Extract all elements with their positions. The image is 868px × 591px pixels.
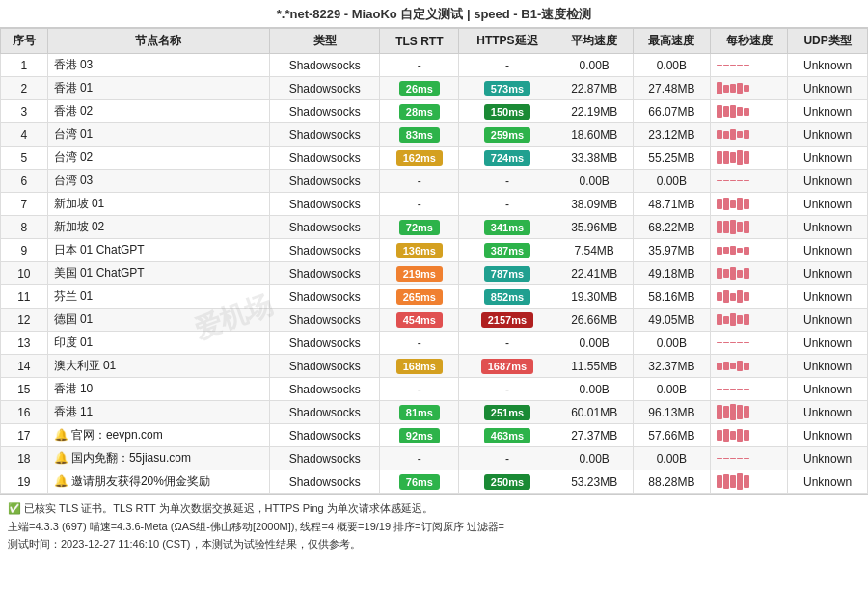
cell-udp: Unknown [788, 447, 868, 470]
cell-type: Shadowsocks [270, 239, 380, 262]
cell-tls: - [380, 447, 459, 470]
cell-udp: Unknown [788, 470, 868, 494]
cell-type: Shadowsocks [270, 285, 380, 309]
cell-udp: Unknown [788, 100, 868, 123]
cell-max: 68.22MB [633, 216, 710, 239]
cell-type: Shadowsocks [270, 216, 380, 239]
cell-max: 48.71MB [633, 193, 710, 216]
cell-tls: 81ms [380, 401, 459, 424]
cell-id: 4 [1, 123, 48, 147]
cell-max: 0.00B [633, 447, 710, 470]
table-row: 11芬兰 01Shadowsocks265ms852ms19.30MB58.16… [1, 285, 868, 309]
cell-type: Shadowsocks [270, 378, 380, 401]
cell-name: 香港 10 [47, 378, 269, 401]
cell-avg: 38.09MB [556, 193, 633, 216]
cell-max: 88.28MB [633, 470, 710, 494]
cell-type: Shadowsocks [270, 424, 380, 447]
cell-https: 2157ms [459, 309, 556, 332]
cell-avg: 22.87MB [556, 77, 633, 100]
cell-id: 1 [1, 54, 48, 77]
cell-bar [710, 447, 787, 470]
cell-bar [710, 285, 787, 309]
table-row: 5台湾 02Shadowsocks162ms724ms33.38MB55.25M… [1, 147, 868, 170]
col-max: 最高速度 [633, 29, 710, 54]
cell-id: 8 [1, 216, 48, 239]
cell-type: Shadowsocks [270, 193, 380, 216]
table-row: 10美国 01 ChatGPTShadowsocks219ms787ms22.4… [1, 262, 868, 285]
cell-max: 35.97MB [633, 239, 710, 262]
cell-udp: Unknown [788, 170, 868, 193]
cell-name: 芬兰 01 [47, 285, 269, 309]
cell-bar [710, 401, 787, 424]
cell-type: Shadowsocks [270, 355, 380, 378]
cell-max: 0.00B [633, 378, 710, 401]
cell-avg: 22.19MB [556, 100, 633, 123]
cell-bar [710, 378, 787, 401]
cell-max: 55.25MB [633, 147, 710, 170]
cell-id: 14 [1, 355, 48, 378]
title-bar: *.*net-8229 - MiaoKo 自定义测试 | speed - B1-… [0, 0, 868, 28]
cell-tls: - [380, 378, 459, 401]
cell-tls: 136ms [380, 239, 459, 262]
cell-udp: Unknown [788, 54, 868, 77]
cell-id: 18 [1, 447, 48, 470]
cell-tls: - [380, 54, 459, 77]
cell-max: 23.12MB [633, 123, 710, 147]
cell-name: 美国 01 ChatGPT [47, 262, 269, 285]
col-https: HTTPS延迟 [459, 29, 556, 54]
cell-avg: 7.54MB [556, 239, 633, 262]
footer-line3: 测试时间：2023-12-27 11:46:10 (CST)，本测试为试验性结果… [8, 535, 860, 553]
cell-udp: Unknown [788, 355, 868, 378]
cell-type: Shadowsocks [270, 100, 380, 123]
cell-tls: 76ms [380, 470, 459, 494]
cell-name: 台湾 02 [47, 147, 269, 170]
cell-udp: Unknown [788, 123, 868, 147]
cell-bar [710, 100, 787, 123]
cell-max: 0.00B [633, 54, 710, 77]
cell-name: 澳大利亚 01 [47, 355, 269, 378]
table-row: 4台湾 01Shadowsocks83ms259ms18.60MB23.12MB… [1, 123, 868, 147]
cell-max: 66.07MB [633, 100, 710, 123]
cell-name: 香港 01 [47, 77, 269, 100]
cell-https: - [459, 193, 556, 216]
cell-max: 96.13MB [633, 401, 710, 424]
cell-bar [710, 123, 787, 147]
cell-https: 150ms [459, 100, 556, 123]
cell-id: 3 [1, 100, 48, 123]
cell-https: 787ms [459, 262, 556, 285]
cell-type: Shadowsocks [270, 170, 380, 193]
cell-name: 香港 11 [47, 401, 269, 424]
cell-tls: 92ms [380, 424, 459, 447]
footer-line1: ✅ 已核实 TLS 证书。TLS RTT 为单次数据交换延迟，HTTPS Pin… [8, 499, 860, 518]
cell-max: 49.18MB [633, 262, 710, 285]
col-bar: 每秒速度 [710, 29, 787, 54]
cell-https: 250ms [459, 470, 556, 494]
cell-udp: Unknown [788, 285, 868, 309]
cell-udp: Unknown [788, 309, 868, 332]
table-row: 15香港 10Shadowsocks--0.00B0.00BUnknown [1, 378, 868, 401]
cell-avg: 19.30MB [556, 285, 633, 309]
cell-tls: 162ms [380, 147, 459, 170]
cell-https: 463ms [459, 424, 556, 447]
col-avg: 平均速度 [556, 29, 633, 54]
table-body: 1香港 03Shadowsocks--0.00B0.00BUnknown2香港 … [1, 54, 868, 494]
cell-https: 341ms [459, 216, 556, 239]
cell-bar [710, 355, 787, 378]
cell-https: - [459, 332, 556, 355]
table-row: 17🔔 官网：eevpn.comShadowsocks92ms463ms27.3… [1, 424, 868, 447]
cell-id: 17 [1, 424, 48, 447]
table-row: 9日本 01 ChatGPTShadowsocks136ms387ms7.54M… [1, 239, 868, 262]
cell-id: 12 [1, 309, 48, 332]
cell-https: 724ms [459, 147, 556, 170]
cell-tls: 454ms [380, 309, 459, 332]
table-row: 2香港 01Shadowsocks26ms573ms22.87MB27.48MB… [1, 77, 868, 100]
cell-tls: 26ms [380, 77, 459, 100]
cell-bar [710, 77, 787, 100]
cell-avg: 0.00B [556, 378, 633, 401]
cell-udp: Unknown [788, 239, 868, 262]
cell-id: 2 [1, 77, 48, 100]
cell-type: Shadowsocks [270, 332, 380, 355]
table-row: 7新加坡 01Shadowsocks--38.09MB48.71MBUnknow… [1, 193, 868, 216]
cell-https: - [459, 170, 556, 193]
cell-tls: 83ms [380, 123, 459, 147]
